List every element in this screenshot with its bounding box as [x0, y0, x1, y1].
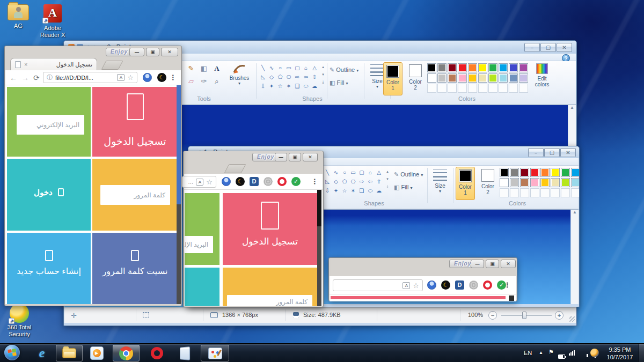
- palette-swatch[interactable]: [488, 63, 497, 72]
- browser-menu-icon[interactable]: ⋮: [170, 73, 177, 82]
- palette-swatch[interactable]: [427, 73, 436, 83]
- color1-button[interactable]: Color1: [456, 167, 475, 200]
- dark-moon-extension-icon[interactable]: ☾: [441, 280, 450, 290]
- browser-menu-icon[interactable]: ⋮: [311, 178, 318, 186]
- palette-swatch[interactable]: [458, 63, 467, 72]
- new-tab-button[interactable]: [101, 61, 123, 70]
- maximize-button[interactable]: ▣: [289, 153, 301, 161]
- palette-swatch[interactable]: [571, 168, 579, 177]
- resize-grip[interactable]: [569, 316, 575, 322]
- shape-icon[interactable]: ⇩: [323, 186, 332, 195]
- shape-icon[interactable]: ✦: [267, 82, 276, 91]
- color2-button[interactable]: Color2: [478, 167, 497, 200]
- bookmark-star-icon[interactable]: ☆: [413, 282, 419, 290]
- enter-tile[interactable]: [185, 268, 219, 306]
- page-scrollbar[interactable]: [177, 85, 181, 304]
- shape-icon[interactable]: ⌂: [366, 168, 375, 177]
- minimize-button[interactable]: –: [528, 148, 544, 157]
- page-scrollbar[interactable]: [317, 190, 321, 306]
- taskbar-item-opera[interactable]: [146, 345, 167, 361]
- clock[interactable]: 9:35 PM 10/7/2017: [602, 346, 638, 361]
- palette-swatch[interactable]: [500, 178, 509, 187]
- shape-icon[interactable]: ⬠: [276, 72, 284, 82]
- shape-icon[interactable]: ⬭: [366, 186, 375, 195]
- palette-swatch[interactable]: [437, 63, 447, 72]
- palette-empty-slot[interactable]: [448, 84, 457, 93]
- maximize-button[interactable]: ▢: [544, 148, 560, 157]
- palette-swatch[interactable]: [448, 73, 457, 83]
- close-button[interactable]: ✕: [161, 48, 178, 56]
- palette-empty-slot[interactable]: [551, 188, 560, 197]
- palette-swatch[interactable]: [551, 178, 560, 187]
- brushes-button[interactable]: Brushes ▾: [225, 63, 253, 86]
- palette-swatch[interactable]: [530, 168, 539, 177]
- globe-gray-extension-icon[interactable]: [264, 177, 273, 186]
- palette-swatch[interactable]: [540, 178, 550, 187]
- d-blue-extension-icon[interactable]: D: [250, 177, 259, 186]
- close-button[interactable]: ✕: [557, 43, 572, 52]
- shape-icon[interactable]: ⬠: [340, 177, 349, 186]
- shape-icon[interactable]: ✶: [284, 82, 293, 91]
- translate-icon[interactable]: A: [117, 74, 125, 81]
- forgot-password-tile[interactable]: نسيت كلمة المرور: [92, 233, 178, 304]
- color1-button[interactable]: Color1: [383, 62, 402, 95]
- network-signal-icon[interactable]: [569, 349, 575, 356]
- bookmark-star-icon[interactable]: ☆: [127, 73, 134, 82]
- back-icon[interactable]: ←: [10, 73, 17, 82]
- show-desktop-button[interactable]: [639, 344, 644, 362]
- palette-swatch[interactable]: [510, 178, 519, 187]
- battery-icon[interactable]: [558, 354, 565, 359]
- desktop-icon-ag[interactable]: AG: [5, 4, 31, 29]
- check-green-extension-icon[interactable]: ✓: [291, 177, 301, 186]
- shape-icon[interactable]: ○: [340, 168, 349, 177]
- shapes-gallery[interactable]: ╲∿○▭▢⌂△◺◇⬠⎔⇨⇦⇧⇩✦☆✶❑⬭☁: [323, 168, 383, 195]
- shape-icon[interactable]: △: [310, 63, 319, 72]
- palette-swatch[interactable]: [519, 63, 528, 72]
- shape-icon[interactable]: ⌂: [302, 63, 310, 72]
- taskbar-item-internet-explorer[interactable]: e: [31, 345, 53, 361]
- shape-icon[interactable]: ▭: [349, 168, 357, 177]
- palette-empty-slot[interactable]: [510, 188, 519, 197]
- palette-empty-slot[interactable]: [488, 84, 497, 93]
- palette-empty-slot[interactable]: [478, 84, 487, 93]
- close-button[interactable]: ✕: [501, 260, 516, 268]
- profile-blue-extension-icon[interactable]: [222, 177, 231, 186]
- maximize-button[interactable]: ▢: [540, 43, 556, 52]
- palette-swatch[interactable]: [509, 63, 518, 72]
- shapes-scroll-up-icon[interactable]: ▴▾⤓: [320, 63, 326, 86]
- palette-swatch[interactable]: [510, 168, 519, 177]
- shape-icon[interactable]: ⎔: [284, 72, 293, 82]
- shape-icon[interactable]: ◇: [267, 72, 276, 82]
- shape-icon[interactable]: ╲: [259, 63, 267, 72]
- shape-icon[interactable]: ∿: [267, 63, 276, 72]
- palette-swatch[interactable]: [468, 63, 477, 72]
- palette-swatch[interactable]: [499, 63, 508, 72]
- shape-icon[interactable]: ⇧: [375, 177, 383, 186]
- enter-button[interactable]: دخول: [7, 188, 91, 197]
- desktop-icon-adobe-reader[interactable]: A↗ Adobe Reader X: [38, 4, 68, 39]
- shape-icon[interactable]: ○: [276, 63, 284, 72]
- o-red-extension-icon[interactable]: [277, 177, 287, 186]
- minimize-button[interactable]: —: [471, 260, 484, 268]
- shape-icon[interactable]: ⇩: [259, 82, 267, 91]
- enter-tile[interactable]: دخول: [7, 159, 91, 231]
- browser-menu-icon[interactable]: ⋮: [504, 281, 511, 290]
- palette-empty-slot[interactable]: [509, 84, 518, 93]
- palette-swatch[interactable]: [478, 63, 487, 72]
- address-bar[interactable]: … A ☆: [182, 176, 216, 188]
- shape-icon[interactable]: ◇: [332, 177, 340, 186]
- info-icon[interactable]: ⓘ: [47, 73, 53, 82]
- shape-icon[interactable]: ∿: [332, 168, 340, 177]
- taskbar-item-notepad[interactable]: [174, 345, 195, 361]
- palette-empty-slot[interactable]: [540, 188, 550, 197]
- shape-icon[interactable]: ✶: [349, 186, 357, 195]
- address-bar[interactable]: A ☆: [333, 279, 423, 291]
- fill-dropdown[interactable]: ◧ Fill ▾: [330, 79, 348, 86]
- palette-swatch[interactable]: [458, 73, 467, 83]
- shape-icon[interactable]: ☁: [310, 82, 319, 91]
- shapes-scroll-up-icon[interactable]: ▴▾⤓: [384, 168, 391, 190]
- shape-icon[interactable]: ❑: [357, 186, 366, 195]
- create-account-tile[interactable]: إنشاء حساب جديد: [7, 233, 91, 304]
- zoom-slider-track[interactable]: [501, 315, 552, 316]
- weather-tray-icon[interactable]: [590, 349, 599, 357]
